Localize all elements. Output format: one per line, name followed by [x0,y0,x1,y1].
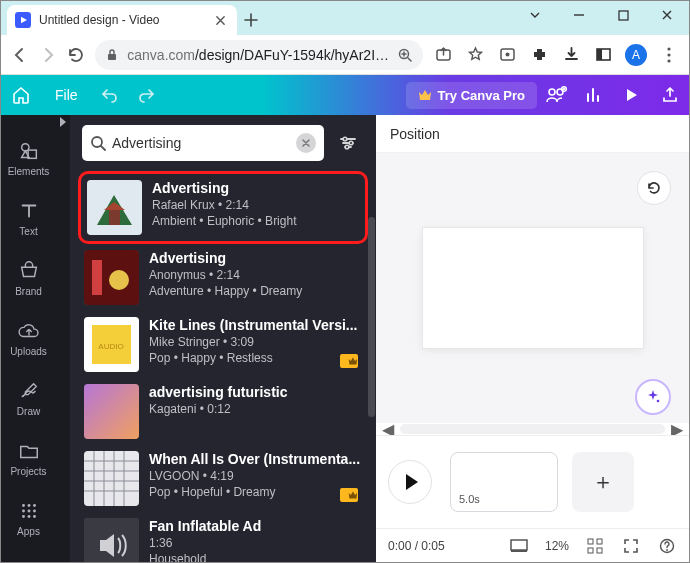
result-subtitle: Kagateni • 0:12 [149,402,362,416]
rail-label: Elements [8,166,50,177]
window-titlebar: Untitled design - Video [1,1,689,35]
side-panel: AdvertisingRafael Krux • 2:14Ambient • E… [70,115,376,562]
rail-uploads[interactable]: Uploads [1,313,56,363]
analytics-button[interactable] [575,75,613,115]
svg-point-20 [33,504,36,507]
audio-result[interactable]: When All Is Over (Instrumenta...LVGOON •… [78,445,368,512]
home-button[interactable] [1,75,41,115]
result-subtitle: LVGOON • 4:19 [149,469,362,483]
canvas-hscroll[interactable]: ◀ ▶ [376,423,689,435]
audio-result[interactable]: Fan Inflatable Ad1:36Household [78,512,368,562]
timeline-clip[interactable]: 5.0s [450,452,558,512]
result-title: Advertising [149,250,362,266]
side-panel-icon[interactable] [593,45,613,65]
result-title: Kite Lines (Instrumental Versi... [149,317,362,333]
video-frame[interactable] [423,228,643,348]
svg-point-26 [33,515,36,518]
position-button[interactable]: Position [390,126,440,142]
search-input-wrap[interactable] [82,125,324,161]
new-tab-button[interactable] [237,6,265,34]
notes-icon[interactable] [509,536,529,556]
audio-result[interactable]: AdvertisingRafael Krux • 2:14Ambient • E… [78,171,368,244]
svg-text:AUDIO: AUDIO [98,342,123,351]
window-caret-icon[interactable] [513,1,557,29]
nav-forward-button[interactable] [39,46,57,64]
rail-apps[interactable]: Apps [1,493,56,543]
svg-point-12 [667,59,670,62]
rail-projects[interactable]: Projects [1,433,56,483]
rail-brand[interactable]: Brand [1,253,56,303]
install-app-icon[interactable] [497,45,517,65]
magic-button[interactable] [635,379,671,415]
clip-duration-label: 5.0s [459,493,480,505]
grid-view-icon[interactable] [585,536,605,556]
nav-reload-button[interactable] [67,46,85,64]
address-bar[interactable]: canva.com/design/DAFuY-1594k/hyAr2I… [95,40,423,70]
browser-menu-icon[interactable] [659,45,679,65]
result-thumb [84,250,139,305]
svg-point-24 [22,515,25,518]
clear-search-button[interactable] [296,133,316,153]
result-subtitle: Mike Stringer • 3:09 [149,335,362,349]
rail-elements[interactable]: Elements [1,133,56,183]
undo-button[interactable] [92,75,128,115]
regenerate-button[interactable] [637,171,671,205]
editor-stage: Position ◀ ▶ 5.0s ＋ 0:00 / 0:05 [376,115,689,562]
timeline-play-button[interactable] [388,460,432,504]
file-menu[interactable]: File [41,75,92,115]
result-tags: Pop • Hopeful • Dreamy [149,485,362,499]
crown-icon [418,89,432,101]
add-clip-button[interactable]: ＋ [572,452,634,512]
svg-rect-33 [109,210,120,225]
downloads-icon[interactable] [561,45,581,65]
svg-rect-3 [108,54,116,60]
try-pro-button[interactable]: Try Canva Pro [406,82,537,109]
svg-point-23 [33,509,36,512]
search-icon [90,135,106,151]
svg-rect-46 [511,550,527,552]
svg-rect-50 [597,548,602,553]
svg-point-7 [505,53,509,57]
collaborators-button[interactable] [537,75,575,115]
svg-point-37 [109,270,129,290]
rail-label: Brand [15,286,42,297]
nav-back-button[interactable] [11,46,29,64]
result-thumb [87,180,142,235]
zoom-label[interactable]: 12% [545,539,569,553]
results-scrollbar[interactable] [368,217,375,417]
help-icon[interactable] [657,536,677,556]
filter-button[interactable] [332,127,364,159]
browser-tab[interactable]: Untitled design - Video [7,5,237,35]
tab-close-icon[interactable] [215,15,229,26]
share-button[interactable] [651,75,689,115]
svg-rect-9 [597,49,602,60]
rail-draw[interactable]: Draw [1,373,56,423]
search-input[interactable] [112,135,290,151]
window-close-icon[interactable] [645,1,689,29]
fullscreen-icon[interactable] [621,536,641,556]
share-icon[interactable] [433,45,453,65]
zoom-icon[interactable] [397,47,413,63]
bookmark-star-icon[interactable] [465,45,485,65]
profile-avatar[interactable]: A [625,44,647,66]
stage-canvas[interactable] [376,153,689,423]
audio-result[interactable]: AUDIOKite Lines (Instrumental Versi...Mi… [78,311,368,378]
rail-text[interactable]: Text [1,193,56,243]
rail-collapse-handle[interactable] [56,115,70,562]
rail-label: Draw [17,406,40,417]
result-subtitle: 1:36 [149,536,362,550]
result-thumb [84,384,139,439]
window-minimize-icon[interactable] [557,1,601,29]
bottom-bar: 0:00 / 0:05 12% [376,528,689,562]
left-rail: Elements Text Brand Uploads Draw Project… [1,115,56,562]
redo-button[interactable] [128,75,164,115]
svg-point-19 [27,504,30,507]
present-button[interactable] [613,75,651,115]
result-subtitle: Rafael Krux • 2:14 [152,198,359,212]
audio-result[interactable]: AdvertisingAnonymus • 2:14Adventure • Ha… [78,244,368,311]
result-tags: Pop • Happy • Restless [149,351,362,365]
extensions-icon[interactable] [529,45,549,65]
timeline: 5.0s ＋ [376,435,689,528]
window-maximize-icon[interactable] [601,1,645,29]
audio-result[interactable]: advertising futuristicKagateni • 0:12 [78,378,368,445]
